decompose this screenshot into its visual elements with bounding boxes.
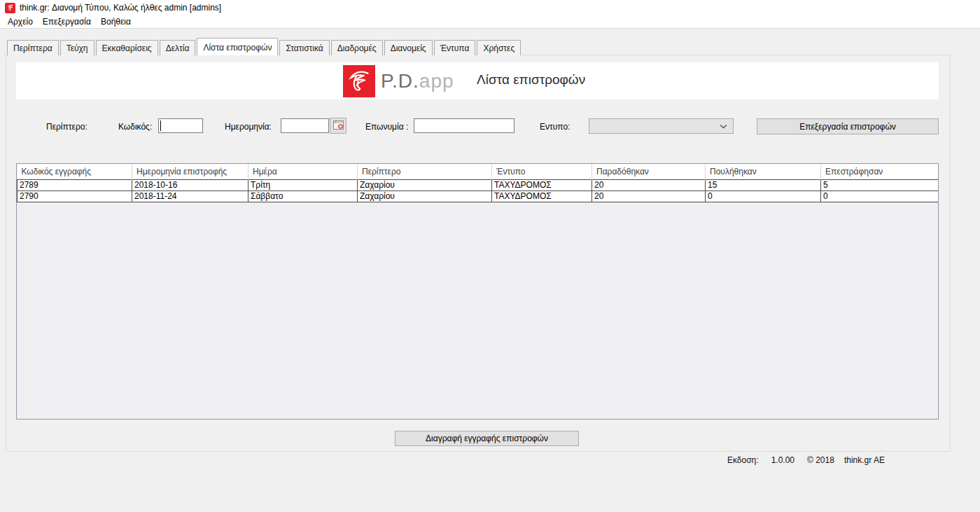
name-label: Επωνυμία :: [365, 122, 408, 132]
table-row[interactable]: 27892018-10-16ΤρίτηΖαχαρίουΤΑΧΥΔΡΟΜΟΣ201…: [18, 179, 939, 191]
winged-sandal-icon: [5, 3, 15, 13]
tab-δελτία[interactable]: Δελτία: [160, 40, 196, 55]
menu-item-Επεξεργασία[interactable]: Επεξεργασία: [38, 15, 96, 28]
tab-διαδρομές[interactable]: Διαδρομές: [331, 40, 383, 55]
delete-return-record-button[interactable]: Διαγραφή εγγραφής επιστροφών: [395, 431, 579, 446]
column-header[interactable]: Περίπτερο: [358, 164, 492, 179]
company-name: think.gr AE: [844, 455, 885, 465]
table-cell[interactable]: Ζαχαρίου: [358, 179, 492, 191]
table-cell[interactable]: 15: [706, 179, 821, 191]
table-cell[interactable]: ΤΑΧΥΔΡΟΜΟΣ: [492, 191, 592, 202]
table-cell[interactable]: Σάββατο: [248, 191, 358, 202]
menu-item-Αρχείο[interactable]: Αρχείο: [3, 15, 38, 28]
logo-primary: P.D.: [381, 70, 419, 92]
tab-διανομείς[interactable]: Διανομείς: [384, 40, 433, 55]
column-header[interactable]: Επεστράφησαν: [821, 164, 939, 179]
page-title: Λίστα επιστροφών: [477, 72, 585, 88]
table-cell[interactable]: 2018-11-24: [132, 191, 248, 202]
column-header[interactable]: Παραδόθηκαν: [592, 164, 706, 179]
code-input[interactable]: [158, 118, 203, 133]
table-cell[interactable]: Ζαχαρίου: [358, 191, 492, 202]
menu-bar: ΑρχείοΕπεξεργασίαΒοήθεια: [0, 15, 980, 29]
table-header-row: Κωδικός εγγραφήςΗμερομηνία επιστροφήςΗμέ…: [18, 164, 939, 179]
column-header[interactable]: Κωδικός εγγραφής: [18, 164, 132, 179]
date-label: Ημερομηνία:: [225, 122, 272, 132]
returns-grid: Κωδικός εγγραφήςΗμερομηνία επιστροφήςΗμέ…: [16, 163, 939, 420]
name-input[interactable]: [414, 118, 514, 133]
tab-strip: ΠερίπτεραΤεύχηΕκκαθαρίσειςΔελτίαΛίστα επ…: [7, 39, 522, 55]
version-label: Εκδοση:: [727, 455, 759, 465]
text-caret: [160, 120, 161, 131]
version-value: 1.0.00: [771, 455, 794, 465]
window-title: think.gr: Διανομή Τύπου, Καλώς ήλθες adm…: [20, 3, 221, 13]
column-header[interactable]: Έντυπο: [492, 164, 592, 179]
title-bar: think.gr: Διανομή Τύπου, Καλώς ήλθες adm…: [0, 0, 980, 15]
logo-suffix: app: [419, 70, 454, 92]
tab-page-returns: P.D.app Λίστα επιστροφών Περίπτερο: Κωδι…: [6, 55, 951, 452]
periptero-label: Περίπτερο:: [46, 122, 88, 132]
tab-περίπτερα[interactable]: Περίπτερα: [7, 40, 59, 55]
process-returns-button[interactable]: Επεξεργασία επιστροφών: [757, 118, 939, 134]
tab-εκκαθαρίσεις[interactable]: Εκκαθαρίσεις: [96, 40, 158, 55]
tab-έντυπα[interactable]: Έντυπα: [434, 40, 476, 55]
table-cell[interactable]: ΤΑΧΥΔΡΟΜΟΣ: [492, 179, 592, 191]
date-input[interactable]: [281, 118, 329, 133]
logo-text: P.D.app: [381, 70, 454, 92]
status-footer: Εκδοση: 1.0.00 © 2018 think.gr AE: [727, 455, 895, 465]
winged-sandal-icon: [343, 65, 375, 97]
tab-τεύχη[interactable]: Τεύχη: [60, 40, 94, 55]
table-cell[interactable]: 2790: [18, 191, 132, 202]
calendar-icon: [333, 120, 344, 132]
code-label: Κωδικός:: [118, 122, 152, 132]
tab-λίστα-επιστροφών[interactable]: Λίστα επιστροφών: [197, 38, 278, 55]
page-header: P.D.app Λίστα επιστροφών: [16, 62, 939, 99]
work-area: ΠερίπτεραΤεύχηΕκκαθαρίσειςΔελτίαΛίστα επ…: [0, 29, 980, 512]
table-cell[interactable]: 0: [821, 191, 939, 202]
table-cell[interactable]: 2789: [18, 179, 132, 191]
chevron-down-icon: [720, 121, 727, 131]
tab-χρήστες[interactable]: Χρήστες: [477, 40, 521, 55]
column-header[interactable]: Ημερομηνία επιστροφής: [132, 164, 248, 179]
table-cell[interactable]: 2018-10-16: [132, 179, 248, 191]
returns-table: Κωδικός εγγραφήςΗμερομηνία επιστροφήςΗμέ…: [17, 164, 939, 202]
tab-στατιστικά[interactable]: Στατιστικά: [279, 40, 329, 55]
entypo-label: Εντυπο:: [540, 122, 570, 132]
app-logo: P.D.app: [343, 65, 454, 97]
table-cell[interactable]: 5: [821, 179, 939, 191]
copyright: © 2018: [807, 455, 834, 465]
table-cell[interactable]: Τρίτη: [248, 179, 358, 191]
column-header[interactable]: Ημέρα: [248, 164, 358, 179]
date-picker-button[interactable]: [330, 118, 346, 134]
table-cell[interactable]: 0: [706, 191, 821, 202]
entypo-select[interactable]: [589, 118, 734, 134]
table-cell[interactable]: 20: [592, 179, 706, 191]
table-cell[interactable]: 20: [592, 191, 706, 202]
menu-item-Βοήθεια[interactable]: Βοήθεια: [96, 15, 136, 28]
table-row[interactable]: 27902018-11-24ΣάββατοΖαχαρίουΤΑΧΥΔΡΟΜΟΣ2…: [18, 191, 939, 202]
column-header[interactable]: Πουλήθηκαν: [706, 164, 821, 179]
